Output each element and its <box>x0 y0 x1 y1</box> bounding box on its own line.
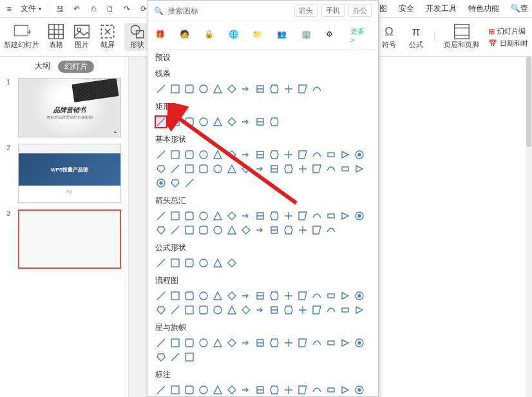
star-shape-7[interactable] <box>254 337 266 349</box>
flow-shape-18[interactable] <box>198 304 209 316</box>
arrow-shape-22[interactable] <box>254 224 266 236</box>
flow-shape-24[interactable] <box>283 304 294 316</box>
basic-shape-31[interactable] <box>169 177 181 189</box>
basic-shape-17[interactable] <box>184 163 195 175</box>
flow-shape-19[interactable] <box>212 304 223 316</box>
callout-shape-5[interactable] <box>226 384 238 396</box>
basic-shape-12[interactable] <box>325 149 337 160</box>
flow-shape-2[interactable] <box>184 290 195 302</box>
quick-icon-6[interactable]: 👥 <box>277 30 289 41</box>
line-shape-4[interactable] <box>212 83 223 95</box>
flow-shape-20[interactable] <box>226 304 238 316</box>
formula-shape-4[interactable] <box>212 257 223 269</box>
symbol-button[interactable]: Ω 符号 <box>380 24 398 50</box>
star-shape-1[interactable] <box>169 337 181 349</box>
rect-shape-7[interactable] <box>254 116 266 128</box>
formula-shape-1[interactable] <box>169 257 181 269</box>
flow-shape-21[interactable] <box>240 304 252 316</box>
quick-icon-5[interactable]: 📁 <box>252 30 264 41</box>
arrow-shape-16[interactable] <box>169 224 181 236</box>
flow-shape-15[interactable] <box>155 304 167 316</box>
arrow-shape-19[interactable] <box>212 224 223 236</box>
callout-shape-2[interactable] <box>184 384 195 396</box>
flow-shape-25[interactable] <box>297 304 309 316</box>
arrow-shape-27[interactable] <box>325 224 337 236</box>
star-shape-13[interactable] <box>339 337 351 349</box>
shape-button[interactable]: 形状 <box>124 23 150 51</box>
basic-shape-0[interactable] <box>155 149 167 160</box>
line-shape-1[interactable] <box>169 83 181 95</box>
star-shape-12[interactable] <box>325 337 337 349</box>
callout-shape-7[interactable] <box>254 384 266 396</box>
arrow-shape-21[interactable] <box>240 224 252 236</box>
flow-shape-11[interactable] <box>311 290 323 302</box>
line-shape-2[interactable] <box>184 83 195 95</box>
basic-shape-7[interactable] <box>254 149 266 160</box>
arrow-shape-6[interactable] <box>240 210 252 222</box>
arrow-shape-12[interactable] <box>325 210 337 222</box>
basic-shape-6[interactable] <box>240 149 252 160</box>
star-shape-4[interactable] <box>212 337 223 349</box>
callout-shape-14[interactable] <box>354 384 365 396</box>
callout-shape-9[interactable] <box>283 384 294 396</box>
arrow-shape-0[interactable] <box>155 210 167 222</box>
formula-shape-5[interactable] <box>226 257 238 269</box>
basic-shape-15[interactable] <box>155 163 167 175</box>
flow-shape-1[interactable] <box>169 290 181 302</box>
file-menu[interactable]: 文件 ▾ <box>21 3 41 14</box>
basic-shape-27[interactable] <box>325 163 337 175</box>
star-shape-3[interactable] <box>198 337 209 349</box>
header-footer-button[interactable]: 页眉和页脚 <box>444 24 479 50</box>
undo-icon[interactable]: ↶ <box>71 4 82 14</box>
arrow-shape-20[interactable] <box>226 224 238 236</box>
basic-shape-4[interactable] <box>212 149 223 160</box>
shape-search-input[interactable] <box>167 6 290 15</box>
print-preview-icon[interactable]: 🗋 <box>105 4 115 14</box>
callout-shape-10[interactable] <box>297 384 309 396</box>
arrow-shape-2[interactable] <box>184 210 195 222</box>
callout-shape-0[interactable] <box>155 384 167 396</box>
basic-shape-5[interactable] <box>226 149 238 160</box>
flow-shape-23[interactable] <box>269 304 280 316</box>
arrow-shape-15[interactable] <box>155 224 167 236</box>
callout-shape-8[interactable] <box>269 384 280 396</box>
basic-shape-16[interactable] <box>169 163 181 175</box>
flow-shape-28[interactable] <box>339 304 351 316</box>
star-shape-2[interactable] <box>184 337 195 349</box>
quick-icon-1[interactable]: 🎁 <box>155 30 167 41</box>
basic-shape-2[interactable] <box>184 149 195 160</box>
callout-shape-6[interactable] <box>240 384 252 396</box>
flow-shape-26[interactable] <box>311 304 323 316</box>
quick-icon-2[interactable]: 🧑 <box>180 30 191 41</box>
quick-icon-7[interactable]: 🏢 <box>301 30 313 41</box>
flow-shape-12[interactable] <box>325 290 337 302</box>
tag-office[interactable]: 办公 <box>348 5 372 17</box>
formula-button[interactable]: π 公式 <box>407 24 425 50</box>
callout-shape-1[interactable] <box>169 384 181 396</box>
star-shape-5[interactable] <box>226 337 238 349</box>
slide-thumb-1[interactable]: 1 品牌营销书 增点对品牌营销的市场影响 ▪▪ <box>6 78 122 137</box>
arrow-shape-8[interactable] <box>269 210 280 222</box>
flow-shape-10[interactable] <box>297 290 309 302</box>
arrow-shape-10[interactable] <box>297 210 309 222</box>
basic-shape-23[interactable] <box>269 163 280 175</box>
rect-shape-2[interactable] <box>184 116 195 128</box>
callout-shape-3[interactable] <box>198 384 209 396</box>
star-shape-17[interactable] <box>184 351 195 363</box>
star-shape-16[interactable] <box>169 351 181 363</box>
star-shape-6[interactable] <box>240 337 252 349</box>
flow-shape-4[interactable] <box>212 290 223 302</box>
basic-shape-13[interactable] <box>339 149 351 160</box>
redo-icon[interactable]: ↷ <box>122 4 132 14</box>
arrow-shape-5[interactable] <box>226 210 238 222</box>
basic-shape-30[interactable] <box>155 177 167 189</box>
line-shape-10[interactable] <box>297 83 309 95</box>
flow-shape-16[interactable] <box>169 304 181 316</box>
basic-shape-1[interactable] <box>169 149 181 160</box>
flow-shape-29[interactable] <box>354 304 365 316</box>
arrow-shape-18[interactable] <box>198 224 209 236</box>
star-shape-15[interactable] <box>155 351 167 363</box>
basic-shape-24[interactable] <box>283 163 294 175</box>
arrow-shape-4[interactable] <box>212 210 223 222</box>
flow-shape-3[interactable] <box>198 290 209 302</box>
